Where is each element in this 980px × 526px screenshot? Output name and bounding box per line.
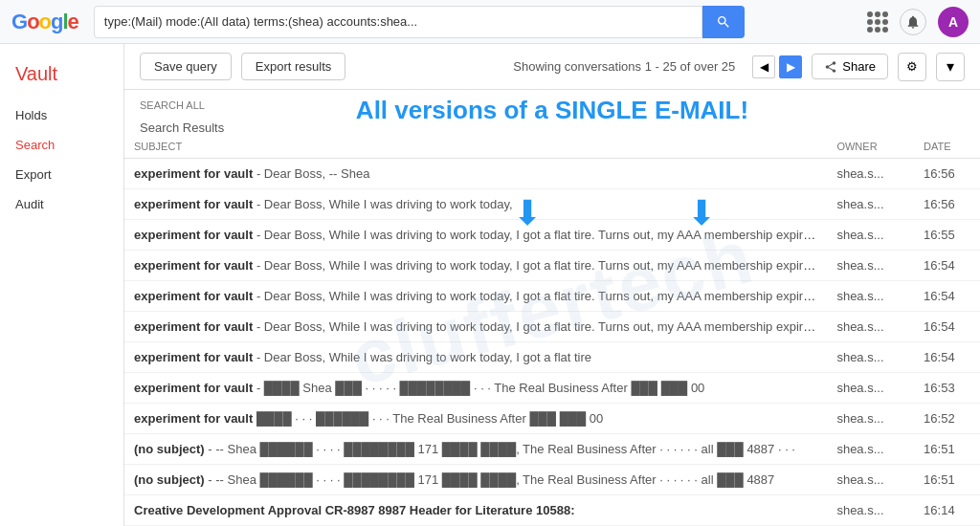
subject-preview: - -- Shea ██████ · · · · ████████ 171 ██… [205,472,775,487]
owner-cell: shea.s... [827,465,914,495]
subject-col-header: SUBJECT [124,135,827,159]
subject-cell: experiment for vault - Dear Boss, While … [124,312,827,342]
search-icon [716,14,731,30]
subject-bold: experiment for vault [134,411,253,426]
date-col-header: DATE [914,135,980,159]
search-bar [94,6,745,38]
table-row[interactable]: experiment for vault - Dear Boss, While … [124,342,980,373]
gear-icon: ⚙ [906,59,918,74]
subject-preview: - Dear Boss, -- Shea [253,166,369,181]
subject-cell: (no subject) - -- Shea ██████ · · · · ██… [124,465,827,495]
owner-cell: shea.s... [827,434,914,465]
owner-cell: shea.s... [827,281,914,312]
next-page-button[interactable]: ▶ [779,55,802,78]
table-row[interactable]: (no subject) - -- Shea ██████ · · · · ██… [124,465,980,495]
subject-cell: experiment for vault - Dear Boss, -- She… [124,159,827,189]
export-results-button[interactable]: Export results [241,53,345,80]
subject-bold: experiment for vault [134,350,253,364]
search-results-label: Search Results [124,115,980,135]
subject-cell: experiment for vault - Dear Boss, While … [124,220,827,251]
search-button[interactable] [702,6,745,38]
main-layout: Vault Holds Search Export Audit Save que… [0,44,980,526]
subject-bold: Creative Development Approval CR-8987 89… [134,503,574,517]
date-cell: 16:54 [914,342,980,373]
subject-cell: experiment for vault - Dear Boss, While … [124,251,827,281]
owner-cell: shea.s... [827,404,914,434]
pagination-info: Showing conversations 1 - 25 of over 25 [513,59,735,74]
results-wrap: cluffertech ⬇ ⬇ All versions of a SINGLE… [124,90,980,526]
date-cell: 16:54 [914,251,980,281]
avatar[interactable]: A [938,7,969,37]
results-table: SUBJECT OWNER DATE experiment for vault … [124,135,980,526]
subject-bold: experiment for vault [134,381,253,395]
subject-bold: experiment for vault [134,228,253,242]
search-input[interactable] [94,6,702,38]
table-row[interactable]: experiment for vault - Dear Boss, While … [124,281,980,312]
date-cell: 16:55 [914,220,980,251]
owner-cell: shea.s... [827,220,914,251]
table-row[interactable]: experiment for vault - Dear Boss, While … [124,251,980,281]
date-cell: 16:53 [914,373,980,404]
owner-cell: shea.s... [827,251,914,281]
pagination-buttons: ◀ ▶ [752,55,802,78]
subject-bold: (no subject) [134,472,205,487]
subject-preview: - Dear Boss, While I was driving to work… [253,319,826,334]
owner-cell: shea.s... [827,312,914,342]
subject-cell: Creative Development Approval CR-8987 89… [124,495,827,526]
owner-cell: shea.s... [827,495,914,526]
subject-preview: - Dear Boss, While I was driving to work… [253,289,826,303]
table-row[interactable]: experiment for vault - ████ Shea ███ · ·… [124,373,980,404]
subject-preview: - ████ Shea ███ · · · · · ████████ · · ·… [253,381,704,395]
subject-preview: - Dear Boss, While I was driving to work… [253,228,826,242]
search-section: SEARCH ALL [124,90,980,115]
content-area: Save query Export results Showing conver… [124,44,980,526]
share-icon [824,60,837,74]
table-row[interactable]: experiment for vault - Dear Boss, While … [124,189,980,220]
owner-cell: shea.s... [827,373,914,404]
subject-preview: - Dear Boss, While I was driving to work… [253,197,512,211]
subject-cell: experiment for vault - Dear Boss, While … [124,281,827,312]
owner-cell: shea.s... [827,342,914,373]
date-cell: 16:14 [914,495,980,526]
toolbar: Save query Export results Showing conver… [124,44,980,90]
date-cell: 16:54 [914,312,980,342]
table-row[interactable]: experiment for vault - Dear Boss, -- She… [124,159,980,189]
sidebar-item-audit[interactable]: Audit [0,189,123,219]
apps-icon[interactable] [867,11,888,33]
save-query-button[interactable]: Save query [140,53,232,80]
subject-preview: ████ · · · ██████ · · · The Real Busines… [253,411,603,426]
table-row[interactable]: experiment for vault - Dear Boss, While … [124,220,980,251]
owner-cell: shea.s... [827,189,914,220]
table-row[interactable]: (no subject) - -- Shea ██████ · · · · ██… [124,434,980,465]
subject-cell: experiment for vault - Dear Boss, While … [124,189,827,220]
subject-preview: - Dear Boss, While I was driving to work… [253,350,591,364]
date-cell: 16:56 [914,159,980,189]
share-button[interactable]: Share [812,54,888,79]
prev-page-button[interactable]: ◀ [752,55,775,78]
subject-bold: experiment for vault [134,258,253,273]
subject-cell: experiment for vault - Dear Boss, While … [124,342,827,373]
table-row[interactable]: experiment for vault - Dear Boss, While … [124,312,980,342]
sidebar-item-search[interactable]: Search [0,130,123,160]
subject-bold: experiment for vault [134,289,253,303]
sidebar-item-export[interactable]: Export [0,160,123,189]
top-right-icons: A [867,7,969,37]
subject-bold: experiment for vault [134,166,253,181]
subject-preview: - -- Shea ██████ · · · · ████████ 171 ██… [205,442,795,456]
email-table: SUBJECT OWNER DATE experiment for vault … [124,135,980,526]
notifications-icon[interactable] [900,9,926,35]
table-row[interactable]: Creative Development Approval CR-8987 89… [124,495,980,526]
subject-cell: experiment for vault - ████ Shea ███ · ·… [124,373,827,404]
table-row[interactable]: experiment for vault ████ · · · ██████ ·… [124,404,980,434]
owner-cell: shea.s... [827,159,914,189]
owner-col-header: OWNER [827,135,914,159]
date-cell: 16:56 [914,189,980,220]
sidebar-item-holds[interactable]: Holds [0,100,123,130]
date-cell: 16:54 [914,281,980,312]
date-cell: 16:52 [914,404,980,434]
settings-button[interactable]: ⚙ [898,53,926,81]
subject-cell: (no subject) - -- Shea ██████ · · · · ██… [124,434,827,465]
top-bar: Google A [0,0,980,44]
more-options-button[interactable]: ▾ [936,53,965,81]
sidebar: Vault Holds Search Export Audit [0,44,124,526]
